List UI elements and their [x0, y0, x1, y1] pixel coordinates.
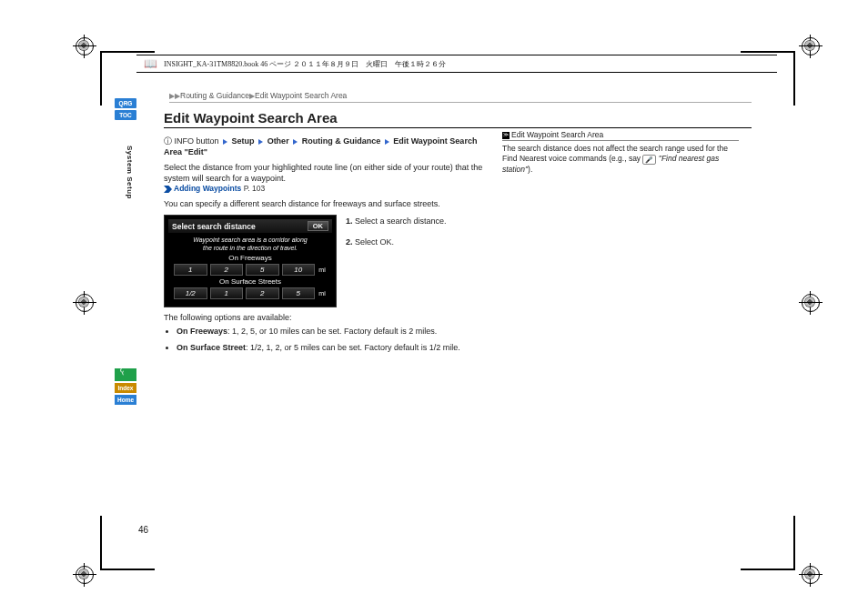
side-column: Edit Waypoint Search Area The search dis… [502, 130, 739, 358]
description-1: Select the distance from your highlighte… [164, 162, 491, 184]
step-2-num: 2. [346, 237, 353, 247]
home-button[interactable]: Home [115, 395, 136, 405]
nav-buttons-top: QRG TOC [115, 98, 136, 120]
surface-opt: 1/2 [174, 287, 207, 299]
path-prefix: INFO button [175, 136, 219, 146]
side-head-text: Edit Waypoint Search Area [511, 130, 603, 139]
reg-mark-ml [73, 291, 96, 315]
toc-button[interactable]: TOC [115, 110, 136, 120]
note-part3: ). [528, 165, 532, 174]
surface-opt: 1 [210, 287, 244, 299]
description-2: You can specify a different search dista… [164, 198, 491, 209]
freeway-opt: 5 [246, 264, 279, 276]
screen-title: Select search distance [172, 222, 256, 231]
chevron-icon: ▶▶ [169, 92, 180, 100]
side-note: The search distance does not affect the … [502, 144, 739, 175]
steps: 1. Select a search distance. 2. Select O… [346, 215, 447, 248]
page-frame: QRG TOC Index Home ▶▶Routing & Guidance▶… [116, 91, 752, 528]
freeway-opt: 1 [174, 264, 207, 276]
breadcrumb-2: Edit Waypoint Search Area [255, 91, 347, 100]
option-freeways: On Freeways: 1, 2, 5, or 10 miles can be… [177, 326, 491, 337]
surface-unit: mi [318, 290, 327, 297]
screen-caption-1: Waypoint search area is a corridor along [193, 237, 308, 243]
surface-row: 1/2 1 2 5 mi [174, 287, 327, 299]
index-button[interactable]: Index [115, 383, 136, 393]
link-label: Adding Waypoints [174, 184, 241, 193]
note-icon [502, 132, 510, 139]
opt1-text: : 1, 2, 5, or 10 miles can be set. Facto… [227, 327, 437, 336]
qrg-button[interactable]: QRG [115, 98, 136, 108]
menu-path: ⓘ INFO button Setup Other Routing & Guid… [164, 136, 491, 156]
reg-mark-mr [799, 291, 823, 315]
step-2-text: Select OK. [355, 237, 394, 247]
link-arrow-icon [164, 186, 172, 193]
page-number: 46 [138, 525, 148, 535]
freeways-label: On Freeways [168, 254, 332, 262]
triangle-icon [293, 139, 298, 145]
cross-ref-link[interactable]: Adding Waypoints P. 103 [164, 184, 491, 193]
print-header: 📖 INSIGHT_KA-31TM8820.book 46 ページ ２０１１年８… [136, 55, 777, 73]
freeway-opt: 2 [210, 264, 244, 276]
book-icon: 📖 [144, 57, 157, 71]
surface-opt: 2 [246, 287, 279, 299]
opt2-text: : 1/2, 1, 2, or 5 miles can be set. Fact… [246, 343, 460, 352]
triangle-icon [223, 139, 227, 145]
link-page: P. 103 [244, 184, 265, 193]
option-surface: On Surface Street: 1/2, 1, 2, or 5 miles… [177, 342, 491, 353]
path-setup: Setup [232, 136, 255, 146]
surface-opt: 5 [282, 287, 316, 299]
path-other: Other [267, 136, 289, 146]
nav-buttons-bottom: Index Home [115, 368, 136, 405]
info-icon: ⓘ [164, 136, 172, 146]
freeways-row: 1 2 5 10 mi [174, 264, 327, 276]
options-head: The following options are available: [164, 313, 491, 322]
freeway-opt: 10 [282, 264, 316, 276]
triangle-icon [385, 139, 389, 145]
side-heading: Edit Waypoint Search Area [502, 130, 739, 141]
reg-mark-br [799, 563, 823, 587]
ok-button: OK [308, 221, 328, 231]
voice-button[interactable] [115, 368, 136, 381]
main-column: ⓘ INFO button Setup Other Routing & Guid… [164, 130, 491, 358]
path-routing: Routing & Guidance [302, 136, 381, 146]
section-tab: System Setup [126, 146, 134, 199]
page-title: Edit Waypoint Search Area [164, 110, 752, 128]
triangle-icon [258, 139, 263, 145]
reg-mark-tr [799, 35, 823, 58]
reg-mark-tl [73, 35, 96, 58]
voice-icon: 🎤 [642, 155, 656, 165]
breadcrumb-1: Routing & Guidance [180, 91, 249, 100]
opt1-label: On Freeways [177, 327, 227, 336]
freeway-unit: mi [318, 267, 327, 273]
reg-mark-bl [73, 563, 96, 587]
breadcrumb: ▶▶Routing & Guidance▶Edit Waypoint Searc… [169, 91, 752, 103]
screen-caption-2: the route in the direction of travel. [203, 245, 298, 251]
opt2-label: On Surface Street [177, 343, 246, 352]
step-1-num: 1. [346, 216, 353, 226]
options-list: On Freeways: 1, 2, 5, or 10 miles can be… [164, 326, 491, 353]
step-1-text: Select a search distance. [355, 216, 447, 226]
surface-label: On Surface Streets [168, 277, 332, 286]
device-screenshot: Select search distance OK Waypoint searc… [164, 215, 337, 307]
print-header-text: INSIGHT_KA-31TM8820.book 46 ページ ２０１１年８月９… [164, 59, 446, 69]
